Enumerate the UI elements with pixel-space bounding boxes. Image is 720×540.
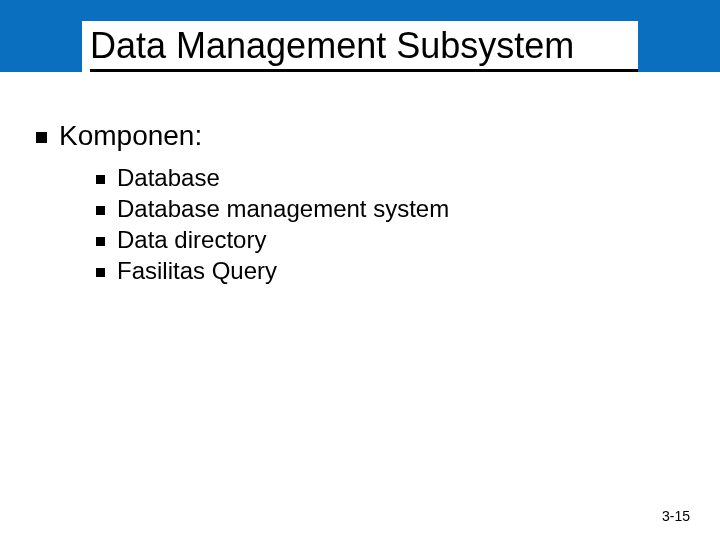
- square-bullet-icon: [96, 206, 105, 215]
- slide: Data Management Subsystem Komponen: Data…: [0, 0, 720, 540]
- item-text: Fasilitas Query: [117, 257, 277, 285]
- page-number: 3-15: [662, 508, 690, 524]
- slide-title: Data Management Subsystem: [90, 25, 638, 67]
- title-underline: [90, 69, 638, 72]
- list-item: Database management system: [96, 195, 676, 223]
- heading-text: Komponen:: [59, 120, 202, 152]
- item-text: Database: [117, 164, 220, 192]
- square-bullet-icon: [96, 175, 105, 184]
- list-item: Komponen:: [36, 120, 676, 152]
- body-area: Komponen: Database Database management s…: [36, 120, 676, 288]
- sublist: Database Database management system Data…: [96, 164, 676, 285]
- item-text: Database management system: [117, 195, 449, 223]
- square-bullet-icon: [96, 237, 105, 246]
- list-item: Fasilitas Query: [96, 257, 676, 285]
- square-bullet-icon: [36, 132, 47, 143]
- item-text: Data directory: [117, 226, 266, 254]
- title-box: Data Management Subsystem: [82, 21, 638, 74]
- list-item: Data directory: [96, 226, 676, 254]
- square-bullet-icon: [96, 268, 105, 277]
- list-item: Database: [96, 164, 676, 192]
